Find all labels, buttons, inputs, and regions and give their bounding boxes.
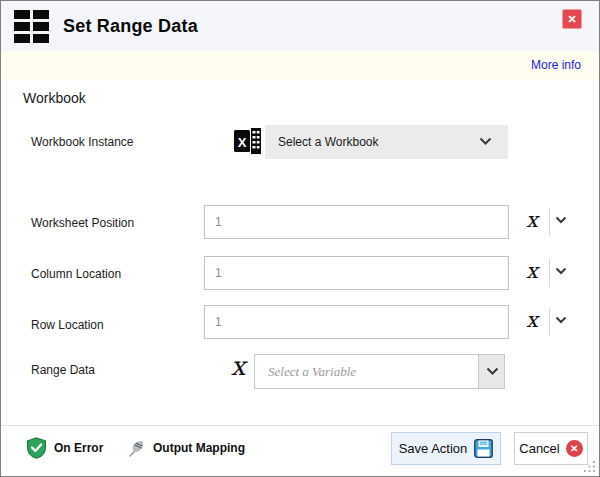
workbook-instance-selected: Select a Workbook	[278, 125, 379, 159]
save-floppy-icon	[474, 439, 493, 458]
row-location-input[interactable]	[204, 305, 509, 339]
set-range-data-dialog: Set Range Data ✕ More info Workbook Work…	[0, 0, 600, 477]
row-location-chevron-icon[interactable]	[555, 316, 567, 324]
cancel-x-icon: ✕	[566, 440, 583, 457]
chevron-down-icon	[486, 367, 499, 376]
worksheet-position-variable-button[interactable]: x	[520, 208, 544, 232]
quill-icon	[126, 438, 146, 458]
row-location-label: Row Location	[31, 318, 104, 332]
info-band: More info	[1, 51, 599, 79]
divider	[549, 259, 550, 287]
section-heading: Workbook	[23, 90, 86, 106]
dialog-title: Set Range Data	[63, 1, 198, 51]
range-data-placeholder: Select a Variable	[268, 355, 356, 388]
title-bar: Set Range Data ✕	[1, 1, 599, 51]
excel-icon: X	[234, 128, 261, 154]
worksheet-position-chevron-icon[interactable]	[555, 216, 567, 224]
column-location-input[interactable]	[204, 256, 509, 290]
resize-grip[interactable]	[584, 461, 596, 473]
column-location-label: Column Location	[31, 267, 121, 281]
row-location-variable-button[interactable]: x	[520, 308, 544, 332]
cancel-button[interactable]: Cancel ✕	[514, 432, 588, 465]
range-data-dropdown[interactable]: Select a Variable	[254, 354, 505, 389]
column-location-variable-button[interactable]: x	[520, 259, 544, 283]
workbook-instance-dropdown[interactable]: Select a Workbook	[265, 125, 508, 159]
shield-check-icon	[26, 437, 47, 459]
worksheet-position-label: Worksheet Position	[31, 216, 134, 230]
workbook-instance-label: Workbook Instance	[31, 135, 134, 149]
output-mapping-label: Output Mapping	[153, 441, 245, 455]
save-action-label: Save Action	[399, 441, 468, 456]
svg-text:X: X	[238, 135, 247, 150]
close-icon[interactable]: ✕	[562, 9, 582, 29]
on-error-button[interactable]: On Error	[26, 435, 103, 461]
on-error-label: On Error	[54, 441, 103, 455]
chevron-down-icon	[479, 137, 492, 146]
grid-squares-icon	[14, 10, 50, 45]
variable-x-icon: x	[225, 351, 251, 381]
divider	[549, 208, 550, 236]
save-action-button[interactable]: Save Action	[391, 432, 501, 465]
more-info-link[interactable]: More info	[531, 51, 581, 79]
footer-divider	[1, 425, 599, 426]
cancel-label: Cancel	[519, 441, 559, 456]
column-location-chevron-icon[interactable]	[555, 267, 567, 275]
range-data-label: Range Data	[31, 363, 95, 377]
divider	[549, 308, 550, 336]
worksheet-position-input[interactable]	[204, 205, 509, 239]
output-mapping-button[interactable]: Output Mapping	[126, 435, 245, 461]
range-data-dropdown-button[interactable]	[478, 355, 504, 388]
